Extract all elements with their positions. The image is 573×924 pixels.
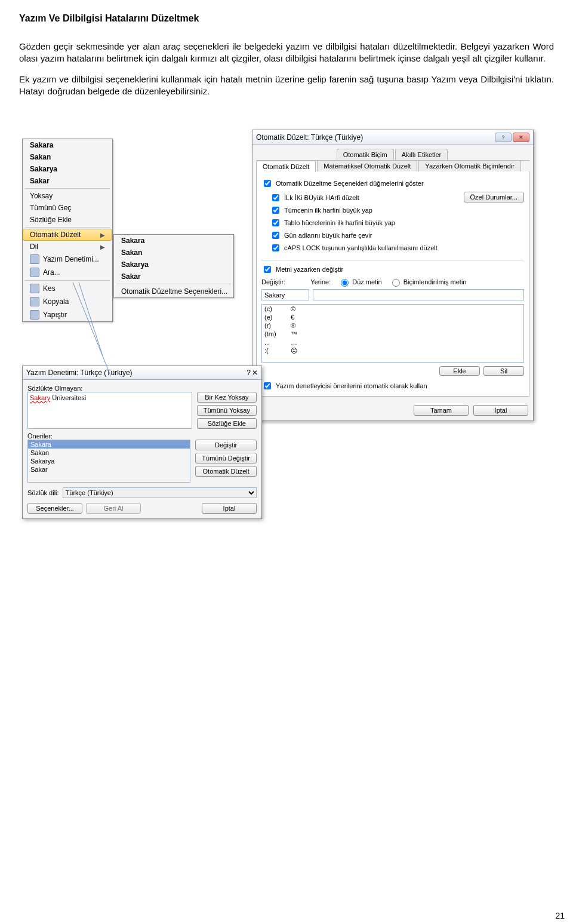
change-button[interactable]: Değiştir: [195, 440, 257, 450]
paste-icon: [30, 310, 39, 320]
tab-smart-tags[interactable]: Akıllı Etiketler: [395, 149, 448, 160]
suggestion-item[interactable]: Sakara: [23, 139, 112, 151]
dict-lang-label: Sözlük dili:: [27, 489, 59, 496]
cut-icon: [30, 284, 39, 293]
suggestion-item[interactable]: Sakarya: [28, 457, 190, 465]
autocorrect-submenu-item[interactable]: Otomatik Düzelt ▶: [23, 229, 112, 241]
plain-text-label: Düz metin: [352, 278, 382, 286]
suggestions-label: Öneriler:: [27, 432, 257, 440]
error-word: Sakary: [30, 394, 50, 401]
suggestion-item[interactable]: Sakan: [28, 449, 190, 457]
spelling-label: Yazım Denetimi...: [43, 255, 99, 263]
chevron-right-icon: ▶: [100, 244, 105, 250]
suggestions-listbox[interactable]: Sakara Sakan Sakarya Sakar: [27, 440, 190, 483]
close-button[interactable]: ✕: [513, 133, 529, 142]
tab-autoformat[interactable]: Otomatik Biçim: [337, 149, 394, 160]
chk-label: Tümcenin ilk harfini büyük yap: [284, 207, 372, 214]
cut-label: Kes: [43, 284, 56, 293]
list-cell: …: [291, 339, 521, 346]
separator: [25, 227, 110, 228]
delete-entry-button[interactable]: Sil: [483, 366, 524, 376]
undo-button[interactable]: Geri Al: [86, 503, 141, 514]
suggestion-item[interactable]: Sakara: [114, 235, 233, 247]
add-to-dict-button[interactable]: Sözlüğe Ekle: [197, 418, 257, 429]
suggestion-item[interactable]: Sakara: [28, 440, 190, 449]
autocorrect-list[interactable]: (c)© (e)€ (r)® (tm)™ ...… :(☹: [261, 304, 524, 363]
list-cell: (c): [264, 305, 291, 312]
copy-item[interactable]: Kopyala: [23, 295, 112, 308]
language-submenu-item[interactable]: Dil ▶: [23, 241, 112, 253]
ignore-all-button[interactable]: Tümünü Yoksay: [197, 405, 257, 416]
cut-item[interactable]: Kes: [23, 282, 112, 295]
list-cell: ...: [264, 339, 291, 346]
cancel-button[interactable]: İptal: [473, 405, 528, 416]
chk-label: İLk İKi BÜyük HArfi düzelt: [284, 194, 359, 201]
tab-autocorrect[interactable]: Otomatik Düzelt: [256, 161, 316, 172]
plain-text-radio[interactable]: [341, 279, 349, 287]
replace-input[interactable]: [261, 289, 309, 300]
use-suggestions-checkbox[interactable]: [264, 382, 271, 389]
separator: [116, 284, 231, 284]
list-cell: ™: [291, 330, 521, 337]
list-cell: ®: [291, 322, 521, 329]
cancel-button[interactable]: İptal: [202, 503, 257, 514]
context-menu-main[interactable]: Sakara Sakan Sakarya Sakar Yoksay Tümünü…: [22, 139, 113, 322]
chevron-right-icon: ▶: [100, 232, 105, 238]
lookup-item[interactable]: Ara...: [23, 266, 112, 279]
replace-label: Değiştir:: [261, 278, 285, 286]
context-text: Üniversitesi: [50, 394, 86, 401]
tab-math-autocorrect[interactable]: Matematiksel Otomatik Düzelt: [317, 160, 417, 171]
suggestion-item[interactable]: Sakarya: [114, 259, 233, 271]
close-button[interactable]: ✕: [252, 369, 258, 377]
tab-autoformat-as-you-type[interactable]: Yazarken Otomatik Biçimlendir: [418, 160, 521, 171]
spelling-item[interactable]: Yazım Denetimi...: [23, 253, 112, 266]
autocorrect-label: Otomatik Düzelt: [30, 231, 81, 239]
spellcheck-title: Yazım Denetimi: Türkçe (Türkiye): [26, 369, 133, 377]
language-label: Dil: [30, 242, 38, 251]
autocorrect-submenu[interactable]: Sakara Sakan Sakarya Sakar Otomatik Düze…: [113, 234, 234, 298]
spellcheck-icon: [30, 254, 39, 264]
replace-as-type-checkbox[interactable]: [264, 266, 271, 273]
show-buttons-checkbox[interactable]: [264, 180, 271, 187]
capitalize-sentence-checkbox[interactable]: [272, 207, 279, 214]
dialog-title: Otomatik Düzelt: Türkçe (Türkiye): [256, 133, 363, 142]
options-button[interactable]: Seçenekler...: [27, 503, 82, 514]
suggestion-item[interactable]: Sakan: [114, 247, 233, 259]
capitalize-cells-checkbox[interactable]: [272, 219, 279, 226]
spellcheck-dialog: Yazım Denetimi: Türkçe (Türkiye) ? ✕ Söz…: [22, 366, 262, 519]
help-button[interactable]: ?: [495, 133, 512, 142]
help-button[interactable]: ?: [247, 369, 251, 377]
not-in-dict-text[interactable]: Sakary Üniversitesi: [27, 392, 192, 429]
search-icon: [30, 268, 39, 277]
with-label: Yerine:: [310, 278, 331, 286]
autocorrect-dialog: Otomatik Düzelt: Türkçe (Türkiye) ? ✕ Ot…: [252, 130, 534, 421]
autocorrect-options-item[interactable]: Otomatik Düzeltme Seçenekleri...: [114, 286, 233, 297]
suggestion-item[interactable]: Sakar: [114, 271, 233, 283]
with-input[interactable]: [313, 289, 524, 300]
formatted-text-radio[interactable]: [392, 279, 400, 287]
two-initial-caps-checkbox[interactable]: [272, 194, 279, 201]
change-all-button[interactable]: Tümünü Değiştir: [195, 453, 257, 463]
autocorrect-button[interactable]: Otomatik Düzelt: [195, 466, 257, 477]
suggestion-item[interactable]: Sakan: [23, 151, 112, 163]
dict-lang-select[interactable]: Türkçe (Türkiye): [63, 487, 257, 498]
paragraph-2: Ek yazım ve dilbilgisi seçeneklerini kul…: [19, 73, 554, 98]
paste-item[interactable]: Yapıştır: [23, 308, 112, 321]
not-in-dict-label: Sözlükte Olmayan:: [27, 385, 257, 392]
list-cell: (tm): [264, 330, 291, 337]
exceptions-button[interactable]: Özel Durumlar...: [464, 192, 524, 202]
separator: [25, 280, 110, 281]
capitalize-days-checkbox[interactable]: [272, 232, 279, 239]
suggestion-item[interactable]: Sakar: [28, 465, 190, 474]
caps-lock-checkbox[interactable]: [272, 244, 279, 251]
ok-button[interactable]: Tamam: [414, 405, 469, 416]
copy-icon: [30, 297, 39, 306]
ignore-all-item[interactable]: Tümünü Geç: [23, 202, 112, 214]
add-entry-button[interactable]: Ekle: [439, 366, 480, 376]
suggestion-item[interactable]: Sakarya: [23, 163, 112, 175]
chk-label: Gün adlarını büyük harfe çevir: [284, 232, 372, 239]
ignore-item[interactable]: Yoksay: [23, 190, 112, 202]
suggestion-item[interactable]: Sakar: [23, 175, 112, 187]
ignore-once-button[interactable]: Bir Kez Yoksay: [197, 392, 257, 403]
add-to-dictionary-item[interactable]: Sözlüğe Ekle: [23, 214, 112, 226]
